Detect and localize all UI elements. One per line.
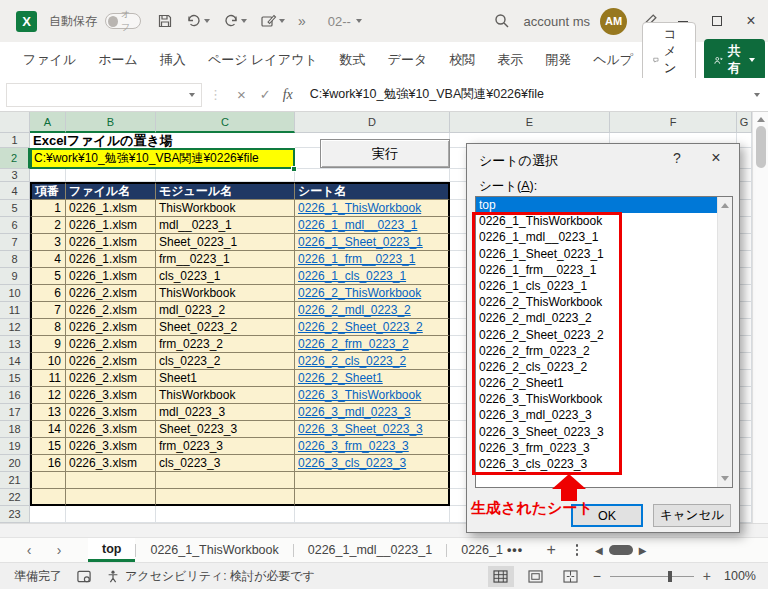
table-cell-module[interactable]: ThisWorkbook [156, 285, 295, 302]
sheet-link[interactable]: 0226_2_cls_0223_2 [298, 354, 406, 368]
table-cell-file[interactable]: 0226_3.xlsm [66, 404, 156, 421]
ribbon-tab[interactable]: ページ レイアウト [199, 46, 327, 74]
table-cell-no[interactable]: 11 [30, 370, 66, 387]
row-header[interactable]: 19 [0, 438, 30, 455]
save-button[interactable] [157, 13, 173, 29]
column-header[interactable]: B [66, 112, 156, 133]
ribbon-tab[interactable]: ファイル [14, 46, 85, 74]
cell[interactable] [66, 506, 156, 523]
table-cell-module[interactable]: frm__0223_1 [156, 251, 295, 268]
sheet-list-item[interactable]: 0226_3_mdl_0223_3 [476, 407, 732, 423]
sheet-link[interactable]: 0226_3_frm_0223_3 [298, 439, 409, 453]
sheet-list-item[interactable]: 0226_2_cls_0223_2 [476, 359, 732, 375]
sheet-link[interactable]: 0226_3_ThisWorkbook [298, 388, 421, 402]
sheet-link[interactable]: 0226_2_mdl_0223_2 [298, 303, 411, 317]
ribbon-tab[interactable]: ヘルプ [584, 46, 642, 74]
select-all-corner[interactable] [0, 112, 30, 133]
sheet-list-item[interactable]: 0226_3_Sheet_0223_3 [476, 424, 732, 440]
name-box[interactable] [6, 83, 202, 107]
table-cell-no[interactable]: 6 [30, 285, 66, 302]
column-header[interactable]: G [737, 112, 752, 133]
sheet-link[interactable]: 0226_1_mdl__0223_1 [298, 218, 417, 232]
list-scrollbar[interactable] [717, 197, 732, 487]
column-header[interactable]: F [610, 112, 737, 133]
sheet-list-item[interactable]: top [476, 197, 732, 213]
autosave-toggle[interactable]: オフ [105, 13, 141, 29]
new-sheet-button[interactable]: + [537, 538, 565, 562]
table-cell-file[interactable]: 0226_2.xlsm [66, 319, 156, 336]
row-header[interactable]: 17 [0, 404, 30, 421]
table-cell-module[interactable]: frm_0223_2 [156, 336, 295, 353]
tab-scroll-left-button[interactable]: ‹ [14, 538, 44, 562]
sheet-link[interactable]: 0226_3_cls_0223_3 [298, 456, 406, 470]
table-cell-file[interactable]: 0226_3.xlsm [66, 438, 156, 455]
column-header[interactable]: C [156, 112, 295, 133]
table-cell-file[interactable]: 0226_2.xlsm [66, 302, 156, 319]
sheet-list[interactable]: top0226_1_ThisWorkbook0226_1_mdl__0223_1… [475, 196, 733, 488]
table-cell-file[interactable]: 0226_2.xlsm [66, 336, 156, 353]
table-cell-file[interactable]: 0226_3.xlsm [66, 455, 156, 472]
table-cell-file[interactable]: 0226_2.xlsm [66, 353, 156, 370]
sheet-list-item[interactable]: 0226_2_Sheet_0223_2 [476, 327, 732, 343]
table-cell-no[interactable]: 5 [30, 268, 66, 285]
undo-button[interactable] [186, 13, 210, 29]
cell[interactable] [30, 489, 66, 506]
column-header[interactable]: E [450, 112, 610, 133]
sheet-tab[interactable]: 0226_1_ThisWorkbook [136, 538, 292, 562]
table-cell-no[interactable]: 8 [30, 319, 66, 336]
macro-record-icon[interactable] [76, 569, 92, 584]
table-cell-file[interactable]: 0226_1.xlsm [66, 217, 156, 234]
redo-button[interactable] [223, 13, 247, 29]
document-title[interactable]: 02-- [328, 14, 362, 29]
table-cell-file[interactable]: 0226_3.xlsm [66, 421, 156, 438]
normal-view-button[interactable] [488, 566, 514, 587]
table-cell-no[interactable]: 9 [30, 336, 66, 353]
table-cell-no[interactable]: 4 [30, 251, 66, 268]
avatar[interactable]: AM [600, 8, 627, 35]
column-header[interactable]: A [30, 112, 66, 133]
touch-mode-button[interactable] [260, 13, 285, 29]
cell[interactable] [295, 169, 450, 182]
run-button[interactable]: 実行 [320, 139, 450, 168]
account-name[interactable]: account ms [524, 14, 590, 29]
sheet-link[interactable]: 0226_1_Sheet_0223_1 [298, 235, 423, 249]
row-header[interactable]: 16 [0, 387, 30, 404]
table-cell-file[interactable]: 0226_1.xlsm [66, 251, 156, 268]
vertical-scrollbar[interactable] [752, 112, 768, 523]
table-header-cell[interactable]: シート名 [295, 182, 450, 200]
table-cell-no[interactable]: 7 [30, 302, 66, 319]
scroll-up-icon[interactable] [757, 117, 765, 122]
row-header[interactable]: 20 [0, 455, 30, 472]
row-header[interactable]: 12 [0, 319, 30, 336]
sheet-list-item[interactable]: 0226_3_cls_0223_3 [476, 456, 732, 472]
expand-formula-bar-icon[interactable] [754, 93, 760, 97]
accessibility-status[interactable]: アクセシビリティ: 検討が必要です [106, 568, 315, 585]
sheet-link[interactable]: 0226_1_cls_0223_1 [298, 269, 406, 283]
hscroll-left-icon[interactable]: ◀ [595, 545, 603, 556]
row-header[interactable]: 11 [0, 302, 30, 319]
zoom-slider-thumb[interactable] [668, 571, 672, 582]
ribbon-tab[interactable]: 表示 [488, 46, 532, 74]
cell[interactable] [30, 506, 66, 523]
sheet-list-item[interactable]: 0226_1_cls_0223_1 [476, 278, 732, 294]
hscroll-right-icon[interactable]: ▶ [639, 545, 647, 556]
sheet-link[interactable]: 0226_2_frm_0223_2 [298, 337, 409, 351]
table-header-cell[interactable]: ファイル名 [66, 182, 156, 200]
all-sheets-button[interactable] [565, 538, 589, 562]
sheet-list-item[interactable]: 0226_1_mdl__0223_1 [476, 229, 732, 245]
table-cell-module[interactable]: Sheet_0223_3 [156, 421, 295, 438]
dialog-close-button[interactable]: × [705, 149, 727, 167]
table-cell-module[interactable]: Sheet_0223_1 [156, 234, 295, 251]
table-cell-no[interactable]: 3 [30, 234, 66, 251]
table-cell-no[interactable]: 10 [30, 353, 66, 370]
sheet-tab-active[interactable]: top [88, 538, 135, 562]
sheet-link[interactable]: 0226_3_mdl_0223_3 [298, 405, 411, 419]
row-header[interactable]: 4 [0, 182, 30, 200]
ribbon-tab[interactable]: 数式 [331, 46, 375, 74]
row-header[interactable]: 7 [0, 234, 30, 251]
cell[interactable] [66, 472, 156, 489]
zoom-slider[interactable] [610, 576, 694, 577]
table-cell-module[interactable]: mdl__0223_1 [156, 217, 295, 234]
cell[interactable] [295, 489, 450, 506]
zoom-out-button[interactable]: − [593, 568, 601, 584]
